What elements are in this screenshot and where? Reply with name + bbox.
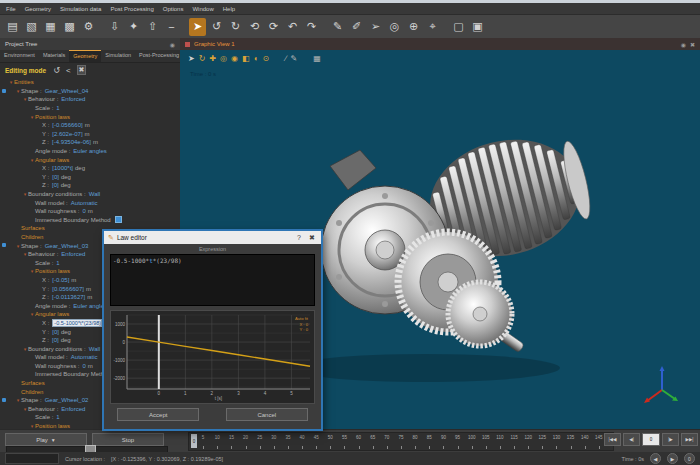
tree-row-x-0-056660[interactable]: X :[-0.056660]m [0, 121, 180, 130]
expression-input[interactable]: -0.5-1000*t*(23/98) [110, 254, 315, 306]
mesh-icon[interactable]: ✦ [125, 18, 142, 36]
tab-post-processing[interactable]: Post-Processing [135, 50, 183, 62]
tab-geometry[interactable]: Geometry [69, 50, 101, 62]
tab-materials[interactable]: Materials [39, 50, 69, 62]
save-all-icon[interactable]: ▩ [61, 18, 78, 36]
compare-icon[interactable]: < [66, 66, 71, 75]
menu-options[interactable]: Options [163, 6, 184, 12]
vp-pan-icon[interactable]: ✚ [209, 55, 216, 63]
probe-icon[interactable]: ⌖ [424, 18, 441, 36]
accept-button[interactable]: Accept [117, 408, 199, 421]
pick-icon[interactable]: ➢ [367, 18, 384, 36]
reset-icon[interactable]: ↺ [53, 66, 60, 75]
tree-row-position-laws[interactable]: ▾Position laws [0, 112, 180, 121]
open-folder-icon[interactable]: ▧ [23, 18, 40, 36]
vp-iso-view-icon[interactable]: ◐ [254, 55, 259, 63]
tree-row-scale-1[interactable]: Scale :1 [0, 104, 180, 113]
frame-prev-button[interactable]: ◀ [650, 453, 661, 464]
tree-row-behaviour-enforced[interactable]: ▾Behaviour :Enforced [0, 95, 180, 104]
step-back-button[interactable]: ◀| [623, 433, 640, 446]
vp-select-icon[interactable]: ➤ [188, 55, 195, 63]
cancel-button[interactable]: Cancel [226, 408, 308, 421]
tree-row-boundary-conditions-wall[interactable]: ▾Boundary conditions :Wall [0, 190, 180, 199]
tree-label: Surfaces [21, 225, 45, 231]
dialog-help-button[interactable]: ? [294, 234, 304, 241]
go-to-start-button[interactable]: |◀◀ [604, 433, 621, 446]
angular-law-x-input[interactable]: -0.5-1000*t*(23/98) [52, 319, 102, 327]
cursor-location-label: Cursor location : [65, 456, 105, 462]
redo-view-icon[interactable]: ↷ [303, 18, 320, 36]
graphic-view-tab[interactable]: Graphic View 1 [194, 41, 677, 47]
close-editing-icon[interactable]: ✖ [77, 65, 87, 75]
brush-icon[interactable]: ✐ [348, 18, 365, 36]
windows-icon[interactable]: ▣ [469, 18, 486, 36]
new-file-icon[interactable]: ▤ [4, 18, 21, 36]
target-icon[interactable]: ⊕ [405, 18, 422, 36]
menu-help[interactable]: Help [223, 6, 235, 12]
paint-icon[interactable]: ✎ [329, 18, 346, 36]
settings-gear-icon[interactable]: ⚙ [80, 18, 97, 36]
zoom-icon[interactable]: ◎ [386, 18, 403, 36]
tree-row-immersed-boundary-method[interactable]: Immersed Boundary Method [0, 216, 180, 225]
tree-row-angular-laws[interactable]: ▾Angular laws [0, 155, 180, 164]
vp-measure-icon[interactable]: ∕ [285, 55, 286, 63]
window-icon[interactable]: ▢ [450, 18, 467, 36]
frame-next-button[interactable]: ▶ [667, 453, 678, 464]
play-button[interactable]: Play ▼ [5, 433, 87, 446]
tree-row-z-4-93504e-06[interactable]: Z :[-4.93504e-06]m [0, 138, 180, 147]
graphic-view-pin-icon[interactable]: ◉ [681, 41, 686, 48]
rotate-right-icon[interactable]: ↻ [227, 18, 244, 36]
vp-annotate-icon[interactable]: ✎ [291, 55, 298, 63]
graphic-view-close-icon[interactable]: ✖ [690, 41, 695, 48]
step-forward-button[interactable]: |▶ [662, 433, 679, 446]
vp-grid-icon[interactable]: ▦ [313, 55, 321, 63]
visibility-icon[interactable] [2, 398, 6, 402]
tree-row-y-2-602e-07[interactable]: Y :[2.602e-07]m [0, 130, 180, 139]
menu-post-processing[interactable]: Post Processing [110, 6, 153, 12]
tree-row-x-1000-t[interactable]: X :[1000*t]deg [0, 164, 180, 173]
dialog-close-button[interactable]: ✖ [307, 234, 317, 242]
orbit-icon[interactable]: ⟲ [246, 18, 263, 36]
menu-simulation-data[interactable]: Simulation data [60, 6, 101, 12]
menu-geometry[interactable]: Geometry [25, 6, 51, 12]
frame-value-field[interactable]: 0 [642, 433, 660, 446]
tree-row-y-0[interactable]: Y :[0]deg [0, 173, 180, 182]
vp-camera-icon[interactable]: ⊙ [262, 55, 269, 63]
stop-button[interactable]: Stop [92, 433, 164, 446]
vp-orbit-icon[interactable]: ↻ [199, 55, 206, 63]
rotate-left-icon[interactable]: ↺ [208, 18, 225, 36]
go-to-end-button[interactable]: ▶▶| [681, 433, 698, 446]
select-pointer-icon[interactable]: ➤ [189, 18, 206, 36]
tab-environment[interactable]: Environment [0, 50, 39, 62]
import-geometry-icon[interactable]: ⇩ [106, 18, 123, 36]
timeline-playhead[interactable]: 0 [191, 434, 197, 448]
loop-count-field[interactable]: 0 [684, 453, 695, 464]
visibility-icon[interactable] [2, 89, 6, 93]
pin-icon[interactable]: ◉ [170, 41, 175, 48]
toolbar-separator [181, 18, 188, 36]
undo-view-icon[interactable]: ↶ [284, 18, 301, 36]
vp-front-view-icon[interactable]: ◧ [242, 55, 250, 63]
visibility-icon[interactable] [2, 243, 6, 247]
editing-mode-actions: ↺<✖ [53, 65, 86, 75]
tab-simulation[interactable]: Simulation [101, 50, 135, 62]
tree-row-shape-gear-wheel-04[interactable]: ▾Shape :Gear_Wheel_04 [0, 87, 180, 96]
law-editor-titlebar[interactable]: ✎ Law editor ? ✖ [104, 231, 321, 244]
tree-row-entities[interactable]: ▾Entities [0, 78, 180, 87]
vp-zoom-icon[interactable]: ◎ [220, 55, 227, 63]
spin-icon[interactable]: ⟳ [265, 18, 282, 36]
tree-row-angle-mode-euler-angles[interactable]: Angle mode :Euler angles [0, 147, 180, 156]
menu-window[interactable]: Window [192, 6, 213, 12]
tree-row-z-0[interactable]: Z :[0]deg [0, 181, 180, 190]
remove-icon[interactable]: − [163, 18, 180, 36]
tree-row-wall-roughness-0[interactable]: Wall roughness :0m [0, 207, 180, 216]
menu-file[interactable]: File [6, 6, 16, 12]
export-icon[interactable]: ⇧ [144, 18, 161, 36]
timeline-ruler[interactable]: 0 51015202530354045505560657075808590951… [188, 432, 614, 451]
play-dropdown-arrow-icon[interactable]: ▼ [51, 437, 56, 443]
save-icon[interactable]: ▦ [42, 18, 59, 36]
tree-row-wall-model-automatic[interactable]: Wall model :Automatic [0, 198, 180, 207]
law-preview-chart[interactable]: -2000-100001000012345t [s]Auto fitX : 0Y… [110, 310, 315, 404]
immersed-boundary-checkbox[interactable] [115, 216, 122, 223]
vp-fit-view-icon[interactable]: ◉ [231, 55, 238, 63]
